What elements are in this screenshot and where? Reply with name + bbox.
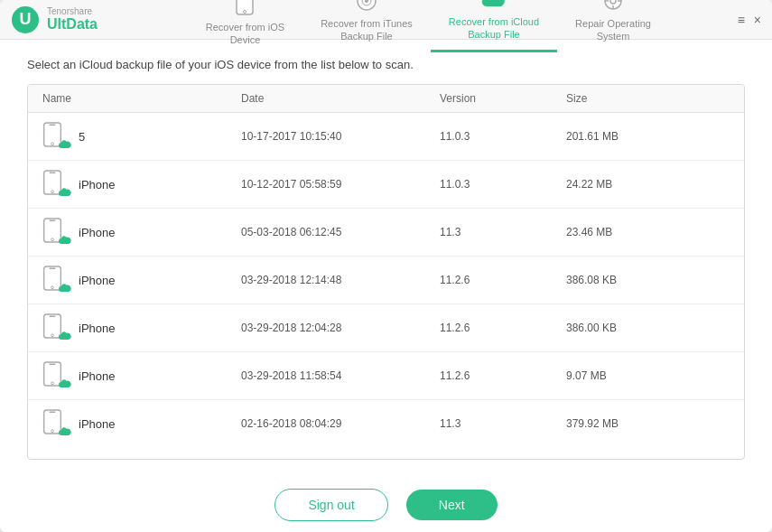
cell-date: 10-17-2017 10:15:40 — [241, 130, 440, 143]
svg-rect-2 — [237, 0, 253, 14]
table-row[interactable]: iPhone 03-29-2018 12:14:4811.2.6386.08 K… — [28, 257, 744, 304]
col-date: Date — [241, 92, 440, 105]
table-body: 5 10-17-2017 10:15:4011.0.3201.61 MB iPh… — [28, 113, 744, 459]
table-row[interactable]: iPhone 10-12-2017 05:58:5911.0.324.22 MB — [28, 161, 744, 209]
svg-text:U: U — [20, 10, 32, 28]
close-button[interactable]: × — [754, 13, 761, 27]
icloud-icon — [481, 0, 507, 14]
instruction-text: Select an iCloud backup file of your iOS… — [27, 58, 745, 71]
backup-table: Name Date Version Size 5 10-17-2017 10:1… — [27, 84, 745, 460]
footer: Sign out Next — [0, 474, 772, 532]
cell-size: 24.22 MB — [566, 178, 730, 191]
table-row[interactable]: iPhone 02-16-2018 08:04:2911.3379.92 MB — [28, 400, 744, 447]
device-icon — [42, 409, 71, 438]
cell-name: iPhone — [42, 266, 241, 294]
device-icon — [42, 170, 71, 199]
content-area: Select an iCloud backup file of your iOS… — [0, 40, 772, 474]
table-row[interactable]: iPhone 03-29-2018 11:58:5411.2.69.07 MB — [28, 352, 744, 400]
cell-version: 11.3 — [440, 417, 566, 430]
device-name: iPhone — [79, 226, 115, 239]
cell-date: 03-29-2018 11:58:54 — [241, 369, 440, 382]
device-icon — [42, 218, 71, 247]
cell-size: 386.00 KB — [566, 322, 730, 334]
cell-size: 9.07 MB — [566, 369, 730, 382]
device-name: iPhone — [79, 178, 115, 191]
cell-version: 11.0.3 — [440, 130, 566, 143]
next-button[interactable]: Next — [406, 490, 498, 520]
cell-size: 379.92 MB — [566, 417, 730, 430]
table-row[interactable]: iPhone 03-29-2018 12:04:2811.2.6386.00 K… — [28, 304, 744, 352]
cell-version: 11.2.6 — [440, 322, 566, 334]
logo-icon: U — [11, 5, 40, 34]
cell-size: 386.08 KB — [566, 274, 730, 286]
svg-point-10 — [610, 0, 616, 4]
table-row[interactable]: iPhone 05-03-2018 06:12:4511.323.46 MB — [28, 209, 744, 257]
cell-date: 03-29-2018 12:14:48 — [241, 274, 440, 286]
logo-area: U Tenorshare UltData — [11, 5, 119, 34]
cell-version: 11.2.6 — [440, 369, 566, 382]
table-header: Name Date Version Size — [28, 85, 744, 113]
minimize-button[interactable]: ≡ — [738, 13, 745, 27]
logo-text: Tenorshare UltData — [47, 6, 98, 33]
main-window: U Tenorshare UltData Recover from iOSDev… — [0, 0, 772, 532]
cell-date: 02-16-2018 08:04:29 — [241, 417, 440, 430]
repair-icon — [602, 0, 624, 16]
device-name: iPhone — [79, 274, 115, 287]
sign-out-button[interactable]: Sign out — [274, 489, 387, 521]
col-name: Name — [42, 92, 241, 105]
cell-name: iPhone — [42, 313, 241, 342]
device-name: 5 — [79, 130, 85, 144]
device-name: iPhone — [79, 417, 115, 431]
window-controls: ≡ × — [738, 13, 761, 27]
cell-name: 5 — [42, 122, 241, 151]
cell-version: 11.3 — [440, 226, 566, 238]
device-icon — [42, 361, 71, 390]
cell-name: iPhone — [42, 409, 241, 438]
device-icon — [42, 266, 71, 294]
col-size: Size — [566, 92, 730, 105]
cell-name: iPhone — [42, 170, 241, 199]
logo-bottom: UltData — [47, 16, 98, 33]
cell-size: 201.61 MB — [566, 130, 730, 143]
cell-version: 11.0.3 — [440, 178, 566, 191]
tab-itunes-label: Recover from iTunesBackup File — [321, 18, 413, 42]
cell-date: 05-03-2018 06:12:45 — [241, 226, 440, 238]
cell-date: 03-29-2018 12:04:28 — [241, 322, 440, 334]
cell-version: 11.2.6 — [440, 274, 566, 286]
device-name: iPhone — [79, 322, 115, 335]
col-version: Version — [440, 92, 566, 105]
device-icon — [42, 122, 71, 151]
ios-device-icon — [235, 0, 255, 20]
logo-top: Tenorshare — [47, 6, 98, 16]
tab-repair-label: Repair OperatingSystem — [575, 18, 651, 42]
device-icon — [42, 313, 71, 342]
device-name: iPhone — [79, 369, 115, 383]
cell-name: iPhone — [42, 361, 241, 390]
itunes-icon — [356, 0, 377, 16]
cell-size: 23.46 MB — [566, 226, 730, 238]
cell-date: 10-12-2017 05:58:59 — [241, 178, 440, 191]
title-bar: U Tenorshare UltData Recover from iOSDev… — [0, 0, 772, 40]
tab-icloud-label: Recover from iCloudBackup File — [449, 16, 539, 40]
cell-name: iPhone — [42, 218, 241, 247]
table-row[interactable]: 5 10-17-2017 10:15:4011.0.3201.61 MB — [28, 113, 744, 161]
